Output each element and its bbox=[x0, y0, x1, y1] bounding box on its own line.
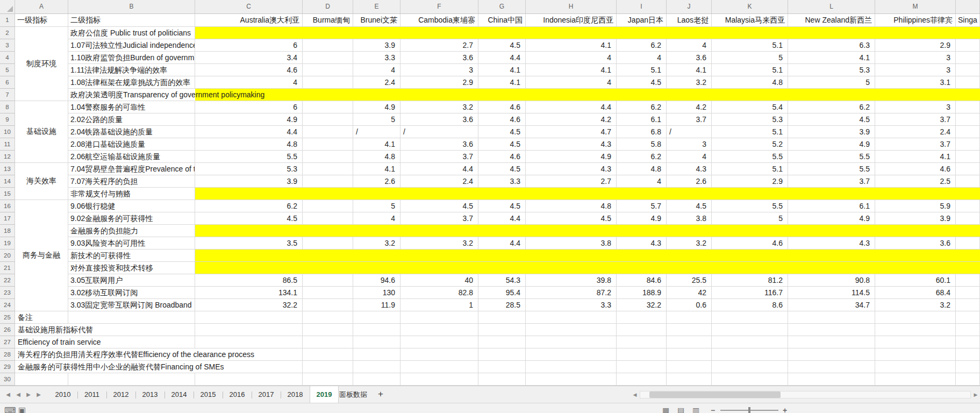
cell-b2[interactable]: 政府公信度 Public trust of politicians bbox=[68, 27, 195, 39]
sheet-tab-2010[interactable]: 2010 bbox=[48, 386, 77, 403]
column-header-M[interactable]: M bbox=[875, 0, 956, 14]
cell-f4[interactable]: 3.6 bbox=[400, 52, 478, 64]
cell-f10[interactable]: / bbox=[400, 126, 478, 138]
cell-e22[interactable]: 94.6 bbox=[353, 274, 400, 287]
cell-c17[interactable]: 4.5 bbox=[195, 212, 303, 225]
cell-c9[interactable]: 4.9 bbox=[195, 113, 303, 126]
cell-b19[interactable]: 9.03风险资本的可用性 bbox=[68, 237, 195, 250]
cell-l13[interactable]: 5.5 bbox=[788, 163, 875, 175]
note-text-row-27[interactable]: Efficiency of train service bbox=[16, 336, 103, 348]
cell-i22[interactable]: 84.6 bbox=[617, 274, 667, 287]
cell-c4[interactable]: 3.4 bbox=[195, 52, 303, 64]
cell-c5[interactable]: 4.6 bbox=[195, 64, 303, 76]
cell-h14[interactable]: 2.7 bbox=[526, 175, 617, 188]
cell-b16[interactable]: 9.06银行稳健 bbox=[68, 200, 195, 212]
horizontal-scrollbar-thumb[interactable] bbox=[649, 391, 781, 398]
cell-e16[interactable]: 5 bbox=[353, 200, 400, 212]
cell-k13[interactable]: 5.1 bbox=[712, 163, 788, 175]
cell-l5[interactable]: 5.3 bbox=[788, 64, 875, 76]
cell-b17[interactable]: 9.02金融服务的可获得性 bbox=[68, 212, 195, 225]
cell-g4[interactable]: 4.4 bbox=[478, 52, 526, 64]
cell-f5[interactable]: 3 bbox=[400, 64, 478, 76]
row-header-28[interactable]: 28 bbox=[0, 348, 15, 361]
cell-d23[interactable] bbox=[303, 287, 353, 299]
row-header-16[interactable]: 16 bbox=[0, 200, 15, 212]
cell-k10[interactable]: 5.1 bbox=[712, 126, 788, 138]
cell-k17[interactable]: 5 bbox=[712, 212, 788, 225]
cell-l28[interactable] bbox=[788, 348, 875, 361]
cell-c6[interactable]: 4 bbox=[195, 76, 303, 89]
cell-c19[interactable]: 3.5 bbox=[195, 237, 303, 250]
cell-c30[interactable] bbox=[195, 373, 303, 386]
cell-h28[interactable] bbox=[526, 348, 617, 361]
cell-m11[interactable]: 3.7 bbox=[875, 138, 956, 151]
cell-h16[interactable]: 4.8 bbox=[526, 200, 617, 212]
country-header-I[interactable]: Japan日本 bbox=[617, 14, 667, 27]
cell-m16[interactable]: 5.9 bbox=[875, 200, 956, 212]
row-header-20[interactable]: 20 bbox=[0, 250, 15, 262]
cell-j9[interactable]: 3.7 bbox=[667, 113, 712, 126]
cell-d4[interactable] bbox=[303, 52, 353, 64]
cell-b21[interactable]: 对外直接投资和技术转移 bbox=[68, 262, 195, 274]
cell-g3[interactable]: 4.5 bbox=[478, 39, 526, 52]
cell-i17[interactable]: 4.9 bbox=[617, 212, 667, 225]
cell-m29[interactable] bbox=[875, 361, 956, 373]
first-sheet-icon[interactable]: ◀ bbox=[3, 386, 13, 403]
cell-d27[interactable] bbox=[303, 336, 353, 348]
cell-m28[interactable] bbox=[875, 348, 956, 361]
cell-c3[interactable]: 6 bbox=[195, 39, 303, 52]
cell-c23[interactable]: 134.1 bbox=[195, 287, 303, 299]
cell-l24[interactable]: 34.7 bbox=[788, 299, 875, 311]
cell-e19[interactable]: 3.2 bbox=[353, 237, 400, 250]
cell-i3[interactable]: 6.2 bbox=[617, 39, 667, 52]
cell-h5[interactable]: 4.1 bbox=[526, 64, 617, 76]
cell-d3[interactable] bbox=[303, 39, 353, 52]
cell-j29[interactable] bbox=[667, 361, 712, 373]
column-header-K[interactable]: K bbox=[712, 0, 788, 14]
cell-i16[interactable]: 5.7 bbox=[617, 200, 667, 212]
cell-d11[interactable] bbox=[303, 138, 353, 151]
cell-k24[interactable]: 8.6 bbox=[712, 299, 788, 311]
cell-i19[interactable]: 4.3 bbox=[617, 237, 667, 250]
cell-d5[interactable] bbox=[303, 64, 353, 76]
cell-k3[interactable]: 5.1 bbox=[712, 39, 788, 52]
cell-n16[interactable] bbox=[956, 200, 980, 212]
sheet-tab-面板数据[interactable]: 面板数据 bbox=[339, 386, 368, 403]
cell-c24[interactable]: 32.2 bbox=[195, 299, 303, 311]
cell-n22[interactable] bbox=[956, 274, 980, 287]
row-header-14[interactable]: 14 bbox=[0, 175, 15, 188]
cell-m24[interactable]: 3.2 bbox=[875, 299, 956, 311]
note-text-row-26[interactable]: 基础设施用新指标代替 bbox=[16, 324, 95, 336]
cell-j17[interactable]: 3.8 bbox=[667, 212, 712, 225]
group-cell-8[interactable]: 基础设施 bbox=[15, 101, 68, 163]
cell-b15[interactable]: 非常规支付与贿赂 bbox=[68, 188, 195, 200]
cell-i6[interactable]: 4.5 bbox=[617, 76, 667, 89]
cell-d28[interactable] bbox=[303, 348, 353, 361]
cell-j25[interactable] bbox=[667, 311, 712, 324]
cell-n8[interactable] bbox=[956, 101, 980, 113]
cell-d24[interactable] bbox=[303, 299, 353, 311]
cell-n23[interactable] bbox=[956, 287, 980, 299]
cell-m13[interactable]: 4.6 bbox=[875, 163, 956, 175]
cell-n12[interactable] bbox=[956, 151, 980, 163]
cell-m5[interactable]: 3 bbox=[875, 64, 956, 76]
cell-l16[interactable]: 6.1 bbox=[788, 200, 875, 212]
cell-d12[interactable] bbox=[303, 151, 353, 163]
cell-k19[interactable]: 4.6 bbox=[712, 237, 788, 250]
cell-j26[interactable] bbox=[667, 324, 712, 336]
cell-l11[interactable]: 4.9 bbox=[788, 138, 875, 151]
cell-f11[interactable]: 3.6 bbox=[400, 138, 478, 151]
cell-g8[interactable]: 4.6 bbox=[478, 101, 526, 113]
row-header-18[interactable]: 18 bbox=[0, 225, 15, 237]
cell-n10[interactable] bbox=[956, 126, 980, 138]
cell-h25[interactable] bbox=[526, 311, 617, 324]
cell-n28[interactable] bbox=[956, 348, 980, 361]
cell-f19[interactable]: 3.2 bbox=[400, 237, 478, 250]
note-text-row-28[interactable]: 海关程序的负担用清关程序效率代替Efficiency of the cleara… bbox=[16, 348, 256, 360]
cell-l23[interactable]: 114.5 bbox=[788, 287, 875, 299]
column-header-J[interactable]: J bbox=[667, 0, 712, 14]
cell-g29[interactable] bbox=[478, 361, 526, 373]
sheet-tab-2013[interactable]: 2013 bbox=[135, 386, 164, 403]
cell-l6[interactable]: 5 bbox=[788, 76, 875, 89]
row-header-23[interactable]: 23 bbox=[0, 287, 15, 299]
